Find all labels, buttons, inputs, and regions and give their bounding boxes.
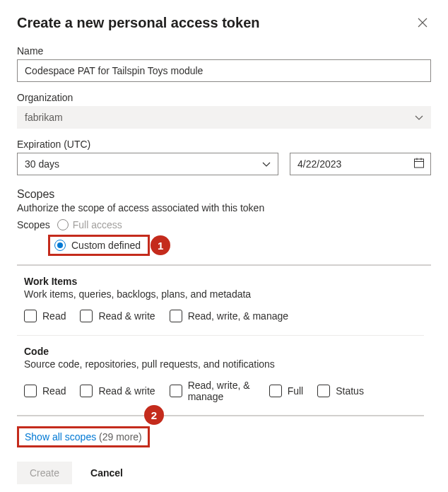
name-label: Name	[17, 45, 431, 57]
close-button[interactable]	[414, 14, 431, 31]
scope-title: Work Items	[24, 276, 417, 287]
permission-label: Full	[288, 385, 304, 397]
permission-label: Read & write	[98, 310, 155, 322]
permission-option[interactable]: Read & write	[80, 310, 155, 322]
permission-option[interactable]: Read	[24, 385, 66, 397]
permission-label: Read, write, & manage	[188, 380, 255, 402]
scopes-description: Authorize the scope of access associated…	[17, 202, 431, 213]
create-button[interactable]: Create	[17, 462, 72, 484]
expiration-duration-select[interactable]: 30 days	[17, 153, 278, 175]
checkbox-icon	[170, 310, 182, 322]
custom-defined-radio[interactable]	[54, 240, 66, 251]
scope-title: Code	[24, 346, 417, 357]
permission-option[interactable]: Read, write, & manage	[170, 310, 288, 322]
permission-option[interactable]: Status	[317, 385, 364, 397]
organization-value: fabrikam	[25, 112, 63, 123]
calendar-icon	[413, 158, 425, 171]
permission-label: Read & write	[98, 385, 155, 397]
close-icon	[418, 18, 428, 28]
expiration-label: Expiration (UTC)	[17, 139, 431, 150]
expiration-duration-value: 30 days	[25, 158, 59, 170]
custom-defined-highlight: Custom defined 1	[48, 235, 150, 256]
permission-option[interactable]: Full	[269, 385, 304, 397]
scopes-heading: Scopes	[17, 188, 431, 201]
checkbox-icon	[170, 385, 182, 397]
chevron-down-icon	[415, 112, 423, 123]
scope-desc: Source code, repositories, pull requests…	[24, 358, 417, 370]
show-all-highlight: Show all scopes (29 more)	[17, 426, 150, 447]
cancel-button[interactable]: Cancel	[78, 462, 136, 484]
show-all-count: (29 more)	[99, 431, 142, 443]
name-input[interactable]	[17, 59, 431, 82]
scope-desc: Work items, queries, backlogs, plans, an…	[24, 288, 417, 300]
checkbox-icon	[80, 310, 93, 322]
checkbox-icon	[24, 310, 37, 322]
permission-option[interactable]: Read	[24, 310, 66, 322]
organization-label: Organization	[17, 92, 431, 103]
show-all-text: Show all scopes	[25, 431, 96, 443]
permission-label: Read	[42, 310, 66, 322]
show-all-scopes-link[interactable]: Show all scopes (29 more)	[25, 431, 142, 443]
custom-defined-label: Custom defined	[71, 240, 141, 251]
scopes-inline-label: Scopes	[17, 219, 50, 230]
checkbox-icon	[269, 385, 282, 397]
callout-badge-2: 2	[144, 405, 164, 425]
chevron-down-icon	[262, 158, 271, 170]
dialog-title: Create a new personal access token	[17, 15, 260, 31]
permission-label: Read, write, & manage	[188, 310, 288, 322]
checkbox-icon	[80, 385, 93, 397]
svg-rect-0	[415, 159, 424, 168]
scope-block-code: Code Source code, repositories, pull req…	[17, 336, 424, 416]
callout-badge-1: 1	[151, 235, 170, 255]
permission-option[interactable]: Read, write, & manage	[170, 380, 255, 402]
full-access-radio[interactable]	[57, 219, 69, 230]
scopes-list[interactable]: Work Items Work items, queries, backlogs…	[17, 266, 431, 416]
organization-select[interactable]: fabrikam	[17, 106, 431, 129]
scope-block-work-items: Work Items Work items, queries, backlogs…	[17, 266, 424, 336]
expiration-date-value: 4/22/2023	[297, 158, 341, 170]
checkbox-icon	[317, 385, 330, 397]
permission-label: Status	[336, 385, 364, 397]
permission-label: Read	[42, 385, 66, 397]
expiration-date-input[interactable]: 4/22/2023	[290, 153, 431, 175]
full-access-label: Full access	[73, 219, 122, 230]
permission-option[interactable]: Read & write	[80, 385, 155, 397]
checkbox-icon	[24, 385, 37, 397]
